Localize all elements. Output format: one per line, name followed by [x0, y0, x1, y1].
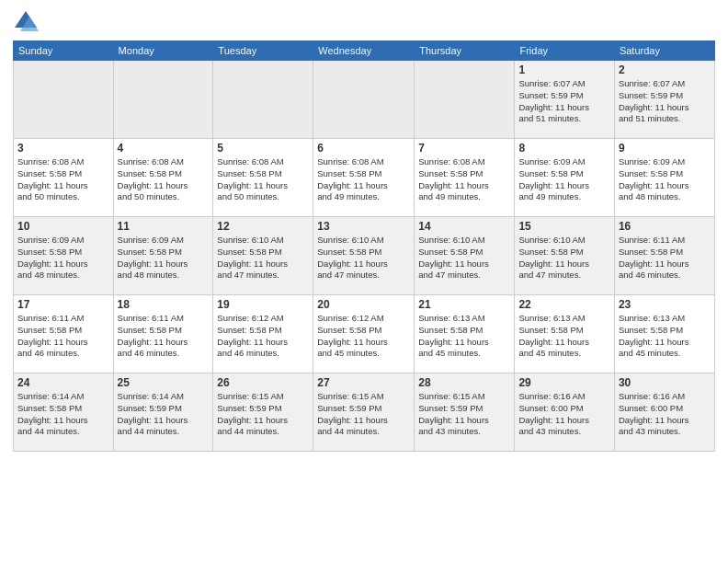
day-info: Sunrise: 6:08 AM Sunset: 5:58 PM Dayligh…	[217, 156, 309, 203]
calendar-cell: 13Sunrise: 6:10 AM Sunset: 5:58 PM Dayli…	[313, 217, 415, 295]
calendar-cell: 16Sunrise: 6:11 AM Sunset: 5:58 PM Dayli…	[614, 217, 714, 295]
day-number: 15	[518, 220, 609, 233]
calendar-cell: 17Sunrise: 6:11 AM Sunset: 5:58 PM Dayli…	[14, 295, 114, 373]
day-info: Sunrise: 6:12 AM Sunset: 5:58 PM Dayligh…	[317, 313, 410, 360]
day-number: 22	[518, 298, 609, 311]
day-info: Sunrise: 6:13 AM Sunset: 5:58 PM Dayligh…	[518, 313, 609, 360]
day-info: Sunrise: 6:15 AM Sunset: 5:59 PM Dayligh…	[317, 391, 410, 438]
weekday-header-friday: Friday	[515, 41, 614, 61]
day-info: Sunrise: 6:11 AM Sunset: 5:58 PM Dayligh…	[619, 235, 711, 282]
calendar-week-row: 1Sunrise: 6:07 AM Sunset: 5:59 PM Daylig…	[14, 61, 715, 139]
day-number: 16	[619, 220, 711, 233]
day-info: Sunrise: 6:13 AM Sunset: 5:58 PM Dayligh…	[418, 313, 510, 360]
day-number: 3	[17, 142, 109, 155]
calendar-cell: 19Sunrise: 6:12 AM Sunset: 5:58 PM Dayli…	[213, 295, 313, 373]
day-info: Sunrise: 6:09 AM Sunset: 5:58 PM Dayligh…	[118, 235, 210, 282]
day-info: Sunrise: 6:09 AM Sunset: 5:58 PM Dayligh…	[518, 156, 609, 203]
logo-icon	[13, 9, 39, 35]
day-info: Sunrise: 6:14 AM Sunset: 5:58 PM Dayligh…	[17, 391, 109, 438]
day-info: Sunrise: 6:15 AM Sunset: 5:59 PM Dayligh…	[217, 391, 309, 438]
day-number: 27	[317, 376, 410, 389]
day-number: 14	[418, 220, 510, 233]
day-number: 9	[619, 142, 711, 155]
day-number: 30	[619, 376, 711, 389]
day-number: 2	[619, 63, 711, 76]
calendar-cell: 14Sunrise: 6:10 AM Sunset: 5:58 PM Dayli…	[415, 217, 515, 295]
calendar-cell: 22Sunrise: 6:13 AM Sunset: 5:58 PM Dayli…	[515, 295, 614, 373]
day-number: 8	[518, 142, 609, 155]
day-number: 10	[17, 220, 109, 233]
weekday-header-sunday: Sunday	[14, 41, 114, 61]
calendar-cell: 18Sunrise: 6:11 AM Sunset: 5:58 PM Dayli…	[113, 295, 213, 373]
day-info: Sunrise: 6:16 AM Sunset: 6:00 PM Dayligh…	[518, 391, 609, 438]
day-number: 25	[118, 376, 210, 389]
header	[13, 9, 715, 35]
calendar-cell: 1Sunrise: 6:07 AM Sunset: 5:59 PM Daylig…	[515, 61, 614, 139]
day-info: Sunrise: 6:08 AM Sunset: 5:58 PM Dayligh…	[118, 156, 210, 203]
calendar: SundayMondayTuesdayWednesdayThursdayFrid…	[13, 40, 715, 452]
day-number: 23	[619, 298, 711, 311]
page: SundayMondayTuesdayWednesdayThursdayFrid…	[0, 0, 728, 563]
calendar-cell: 11Sunrise: 6:09 AM Sunset: 5:58 PM Dayli…	[113, 217, 213, 295]
day-number: 29	[518, 376, 609, 389]
day-info: Sunrise: 6:10 AM Sunset: 5:58 PM Dayligh…	[418, 235, 510, 282]
calendar-cell: 9Sunrise: 6:09 AM Sunset: 5:58 PM Daylig…	[614, 139, 714, 217]
calendar-cell	[415, 61, 515, 139]
weekday-header-tuesday: Tuesday	[213, 41, 313, 61]
day-info: Sunrise: 6:10 AM Sunset: 5:58 PM Dayligh…	[217, 235, 309, 282]
day-number: 4	[118, 142, 210, 155]
day-number: 13	[317, 220, 410, 233]
day-info: Sunrise: 6:13 AM Sunset: 5:58 PM Dayligh…	[619, 313, 711, 360]
calendar-cell: 23Sunrise: 6:13 AM Sunset: 5:58 PM Dayli…	[614, 295, 714, 373]
day-info: Sunrise: 6:07 AM Sunset: 5:59 PM Dayligh…	[518, 78, 609, 125]
day-number: 5	[217, 142, 309, 155]
logo	[13, 9, 42, 35]
day-number: 21	[418, 298, 510, 311]
day-info: Sunrise: 6:09 AM Sunset: 5:58 PM Dayligh…	[17, 235, 109, 282]
day-number: 17	[17, 298, 109, 311]
day-info: Sunrise: 6:10 AM Sunset: 5:58 PM Dayligh…	[317, 235, 410, 282]
calendar-cell: 26Sunrise: 6:15 AM Sunset: 5:59 PM Dayli…	[213, 373, 313, 452]
day-info: Sunrise: 6:08 AM Sunset: 5:58 PM Dayligh…	[17, 156, 109, 203]
calendar-cell: 27Sunrise: 6:15 AM Sunset: 5:59 PM Dayli…	[313, 373, 415, 452]
calendar-cell: 6Sunrise: 6:08 AM Sunset: 5:58 PM Daylig…	[313, 139, 415, 217]
calendar-cell: 7Sunrise: 6:08 AM Sunset: 5:58 PM Daylig…	[415, 139, 515, 217]
calendar-cell: 3Sunrise: 6:08 AM Sunset: 5:58 PM Daylig…	[14, 139, 114, 217]
weekday-header-thursday: Thursday	[415, 41, 515, 61]
day-number: 11	[118, 220, 210, 233]
day-info: Sunrise: 6:11 AM Sunset: 5:58 PM Dayligh…	[17, 313, 109, 360]
day-info: Sunrise: 6:14 AM Sunset: 5:59 PM Dayligh…	[118, 391, 210, 438]
day-number: 19	[217, 298, 309, 311]
day-info: Sunrise: 6:15 AM Sunset: 5:59 PM Dayligh…	[418, 391, 510, 438]
day-number: 12	[217, 220, 309, 233]
calendar-cell: 30Sunrise: 6:16 AM Sunset: 6:00 PM Dayli…	[614, 373, 714, 452]
calendar-cell: 5Sunrise: 6:08 AM Sunset: 5:58 PM Daylig…	[213, 139, 313, 217]
calendar-cell: 20Sunrise: 6:12 AM Sunset: 5:58 PM Dayli…	[313, 295, 415, 373]
day-info: Sunrise: 6:08 AM Sunset: 5:58 PM Dayligh…	[317, 156, 410, 203]
day-info: Sunrise: 6:16 AM Sunset: 6:00 PM Dayligh…	[619, 391, 711, 438]
weekday-header-wednesday: Wednesday	[313, 41, 415, 61]
calendar-cell: 25Sunrise: 6:14 AM Sunset: 5:59 PM Dayli…	[113, 373, 213, 452]
calendar-cell: 8Sunrise: 6:09 AM Sunset: 5:58 PM Daylig…	[515, 139, 614, 217]
calendar-week-row: 24Sunrise: 6:14 AM Sunset: 5:58 PM Dayli…	[14, 373, 715, 452]
day-number: 1	[518, 63, 609, 76]
calendar-cell: 28Sunrise: 6:15 AM Sunset: 5:59 PM Dayli…	[415, 373, 515, 452]
day-info: Sunrise: 6:11 AM Sunset: 5:58 PM Dayligh…	[118, 313, 210, 360]
weekday-header-monday: Monday	[113, 41, 213, 61]
calendar-cell	[213, 61, 313, 139]
day-info: Sunrise: 6:10 AM Sunset: 5:58 PM Dayligh…	[518, 235, 609, 282]
day-number: 6	[317, 142, 410, 155]
calendar-cell: 24Sunrise: 6:14 AM Sunset: 5:58 PM Dayli…	[14, 373, 114, 452]
calendar-cell: 21Sunrise: 6:13 AM Sunset: 5:58 PM Dayli…	[415, 295, 515, 373]
day-info: Sunrise: 6:07 AM Sunset: 5:59 PM Dayligh…	[619, 78, 711, 125]
weekday-header-saturday: Saturday	[614, 41, 714, 61]
calendar-cell: 12Sunrise: 6:10 AM Sunset: 5:58 PM Dayli…	[213, 217, 313, 295]
calendar-cell: 2Sunrise: 6:07 AM Sunset: 5:59 PM Daylig…	[614, 61, 714, 139]
day-number: 20	[317, 298, 410, 311]
calendar-cell: 4Sunrise: 6:08 AM Sunset: 5:58 PM Daylig…	[113, 139, 213, 217]
day-info: Sunrise: 6:08 AM Sunset: 5:58 PM Dayligh…	[418, 156, 510, 203]
day-number: 26	[217, 376, 309, 389]
calendar-week-row: 10Sunrise: 6:09 AM Sunset: 5:58 PM Dayli…	[14, 217, 715, 295]
calendar-week-row: 3Sunrise: 6:08 AM Sunset: 5:58 PM Daylig…	[14, 139, 715, 217]
calendar-cell: 15Sunrise: 6:10 AM Sunset: 5:58 PM Dayli…	[515, 217, 614, 295]
